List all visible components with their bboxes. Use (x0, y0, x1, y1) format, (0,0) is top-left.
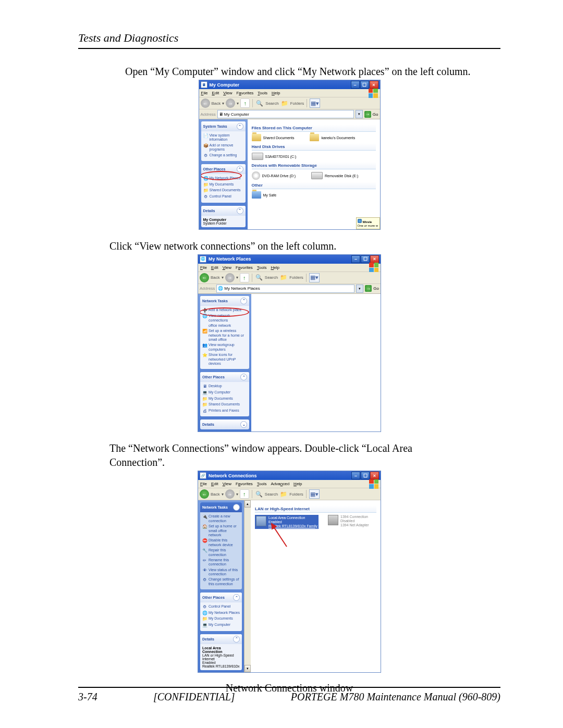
link-control-panel[interactable]: ⚙Control Panel (202, 604, 240, 610)
address-field[interactable]: 🌐My Network Places (216, 285, 354, 293)
link-my-network-places[interactable]: 🌐My Network Places (203, 176, 243, 182)
search-icon[interactable]: 🔍 (255, 274, 263, 282)
menu-file[interactable]: File (200, 482, 207, 486)
link-shared-documents[interactable]: 📁Shared Documents (202, 402, 247, 408)
removable-disk[interactable]: Removable Disk (E:) (311, 171, 358, 180)
task-setup-home-network[interactable]: 🏠Set up a home or small office network (202, 524, 240, 538)
other-places-panel: Other Places⌃ 🖥Desktop 💻My Computer 📁My … (200, 372, 249, 416)
user-documents[interactable]: kaneko's Documents (310, 134, 355, 141)
folders-icon[interactable]: 📁 (279, 490, 288, 498)
maximize-button[interactable]: ☐ (361, 255, 370, 263)
menu-view[interactable]: View (223, 265, 231, 270)
forward-button[interactable]: → (225, 489, 235, 499)
shared-documents[interactable]: Shared Documents (252, 134, 295, 141)
link-shared-documents[interactable]: 📁Shared Documents (203, 188, 243, 194)
drive-c[interactable]: S3A4077DX01 (C:) (252, 153, 297, 160)
menu-help[interactable]: Help (293, 482, 302, 486)
task-disable-device[interactable]: ⛔Disable this network device (202, 538, 240, 548)
address-dropdown[interactable]: ▾ (356, 110, 363, 118)
link-my-documents[interactable]: 📁My Documents (202, 616, 240, 622)
menu-tools[interactable]: Tools (257, 265, 267, 270)
folders-icon[interactable]: 📁 (280, 99, 289, 107)
menu-favorites[interactable]: Favorites (236, 265, 253, 270)
menu-file[interactable]: File (201, 91, 208, 95)
local-area-connection[interactable]: Local Area Connection Enabled Realtek RT… (255, 515, 319, 529)
menu-tools[interactable]: Tools (257, 482, 267, 486)
task-add-remove[interactable]: 📦Add or remove programs (203, 143, 243, 153)
scroll-up-button[interactable]: ▴ (244, 500, 251, 508)
page-number: 3-74 (78, 691, 97, 703)
menu-file[interactable]: File (200, 265, 207, 270)
maximize-button[interactable]: ☐ (361, 472, 370, 479)
link-my-documents[interactable]: 📁My Documents (202, 396, 247, 402)
menu-view[interactable]: View (223, 91, 232, 95)
up-button[interactable]: ↑ (240, 489, 249, 499)
titlebar[interactable]: 🔗 Network Connections – ☐ × (198, 471, 381, 480)
views-button[interactable]: ▦▾ (309, 273, 320, 282)
link-my-documents[interactable]: 📁My Documents (203, 182, 243, 188)
task-office-network[interactable]: office network (202, 323, 247, 328)
back-button[interactable]: ← (200, 489, 209, 499)
menu-favorites[interactable]: Favorites (236, 482, 253, 486)
menu-advanced[interactable]: Advanced (271, 482, 290, 486)
minimize-button[interactable]: – (351, 255, 360, 263)
close-button[interactable]: × (370, 255, 379, 263)
go-button[interactable]: → (364, 111, 371, 118)
menu-edit[interactable]: Edit (211, 265, 218, 270)
titlebar[interactable]: 🖥 My Computer – ☐ × (199, 80, 380, 89)
my-safe[interactable]: My Safe (252, 191, 277, 199)
address-field[interactable]: 🖥My Computer (217, 110, 354, 118)
menu-edit[interactable]: Edit (211, 482, 218, 486)
search-icon[interactable]: 🔍 (255, 99, 264, 107)
dvd-drive[interactable]: DVD-RAM Drive (D:) (252, 171, 296, 180)
sidebar-scrollbar[interactable]: ▴ ▾ (244, 500, 251, 672)
titlebar[interactable]: 🌐 My Network Places – ☐ × (198, 255, 381, 264)
link-printers[interactable]: 🖨Printers and Faxes (202, 408, 247, 414)
menu-tools[interactable]: Tools (258, 91, 267, 95)
task-view-sysinfo[interactable]: 📄View system information (203, 133, 243, 143)
task-show-upnp[interactable]: ⭐Show icons for networked UPnP devices (202, 352, 247, 366)
close-button[interactable]: × (370, 81, 378, 89)
menu-view[interactable]: View (223, 482, 231, 486)
chevron-icon[interactable]: ⌃ (237, 123, 243, 130)
menu-help[interactable]: Help (272, 91, 280, 95)
forward-button[interactable]: → (226, 98, 235, 108)
task-create-connection[interactable]: 🔌Create a new connection (202, 514, 240, 524)
task-view-network-connections[interactable]: 🌐View network connections (202, 313, 247, 323)
task-repair-connection[interactable]: 🔧Repair this connection (202, 548, 240, 558)
folders-icon[interactable]: 📁 (279, 274, 288, 282)
search-icon[interactable]: 🔍 (255, 490, 263, 498)
folder-icon (252, 191, 261, 199)
maximize-button[interactable]: ☐ (360, 81, 369, 89)
link-my-computer[interactable]: 💻My Computer (202, 390, 247, 396)
go-button[interactable]: → (365, 285, 372, 292)
task-rename-connection[interactable]: ✏Rename this connection (202, 558, 240, 567)
scroll-down-button[interactable]: ▾ (244, 665, 251, 672)
views-button[interactable]: ▦▾ (310, 98, 320, 108)
windows-logo-icon (369, 89, 378, 98)
menu-favorites[interactable]: Favorites (236, 91, 253, 95)
close-button[interactable]: × (370, 472, 379, 479)
minimize-button[interactable]: – (351, 472, 360, 479)
link-my-computer[interactable]: 💻My Computer (202, 622, 240, 628)
back-button[interactable]: ← (201, 98, 210, 108)
menu-edit[interactable]: Edit (212, 91, 219, 95)
task-change-setting[interactable]: ⚙Change a setting (203, 153, 243, 159)
minimize-button[interactable]: – (351, 81, 360, 89)
task-change-settings[interactable]: ⚙Change settings of this connection (202, 577, 240, 587)
link-desktop[interactable]: 🖥Desktop (202, 384, 247, 390)
notification-balloon[interactable]: WireleOne or more w (356, 217, 380, 229)
views-button[interactable]: ▦▾ (309, 489, 320, 499)
back-button[interactable]: ← (200, 273, 209, 282)
1394-connection[interactable]: 1394 Connection Disabled 1394 Net Adapte… (328, 515, 369, 529)
up-button[interactable]: ↑ (240, 273, 249, 282)
task-add-network-place[interactable]: ➕Add a network place (202, 307, 247, 314)
task-view-status[interactable]: 👁View status of this connection (202, 567, 240, 577)
link-control-panel[interactable]: ⚙Control Panel (203, 194, 243, 200)
link-my-network-places[interactable]: 🌐My Network Places (202, 610, 240, 616)
forward-button[interactable]: → (225, 273, 235, 282)
up-button[interactable]: ↑ (240, 98, 250, 108)
menu-help[interactable]: Help (271, 265, 279, 270)
task-setup-wireless[interactable]: 📶Set up a wireless network for a home or… (202, 328, 247, 342)
task-view-workgroup[interactable]: 👥View workgroup computers (202, 342, 247, 352)
